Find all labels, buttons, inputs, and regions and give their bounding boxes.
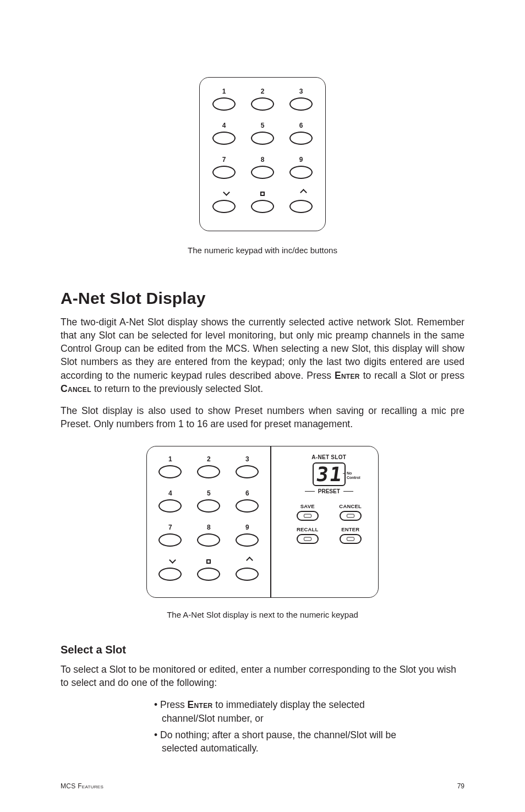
figure-keypad: 1 2 3 4 5 6 7 8 9 xyxy=(61,77,464,231)
oval-button-icon xyxy=(251,132,274,145)
paragraph-3: To select a Slot to be monitored or edit… xyxy=(61,663,464,689)
section-heading-anet-slot-display: A-Net Slot Display xyxy=(61,289,464,308)
keypad-key-5[interactable]: 5 xyxy=(246,122,279,155)
slot-display-group: A-NET SLOT 3 1 NoControl PRESET xyxy=(305,454,353,494)
oval-button-icon xyxy=(289,200,313,213)
keypad-key-6[interactable]: 6 xyxy=(285,122,318,155)
cancel-button[interactable]: CANCEL xyxy=(335,503,366,521)
keypad2-key-9[interactable]: 9 xyxy=(231,524,264,557)
oval-button-icon xyxy=(197,499,220,513)
footer-page-number: 79 xyxy=(457,782,464,790)
preset-label: PRESET xyxy=(305,488,353,494)
save-button[interactable]: SAVE xyxy=(292,503,323,521)
oval-button-icon xyxy=(251,97,274,111)
keypad-key-dec[interactable] xyxy=(207,190,240,223)
enter-label-inline: Enter xyxy=(335,370,360,381)
keypad2-key-2[interactable]: 2 xyxy=(192,455,225,488)
anet-slot-label: A-NET SLOT xyxy=(311,454,346,460)
square-icon xyxy=(260,192,265,196)
oval-button-icon xyxy=(236,465,259,478)
oval-button-icon xyxy=(289,132,313,145)
oval-button-icon xyxy=(158,568,182,581)
oval-button-icon xyxy=(158,499,182,513)
footer-section-name: MCS Features xyxy=(61,782,103,790)
no-control-indicator: NoControl xyxy=(347,471,360,479)
keypad2-key-4[interactable]: 4 xyxy=(154,489,187,522)
recall-button[interactable]: RECALL xyxy=(292,526,323,544)
keypad-key-0[interactable] xyxy=(246,190,279,223)
keypad-key-inc[interactable] xyxy=(285,190,318,223)
oval-button-icon xyxy=(197,568,220,581)
paragraph-1: The two-digit A-Net Slot display shows t… xyxy=(61,315,464,395)
keypad-panel: 1 2 3 4 5 6 7 8 9 xyxy=(199,77,326,231)
paragraph-2: The Slot display is also used to show Pr… xyxy=(61,404,464,430)
oval-button-icon xyxy=(197,465,220,478)
oval-button-icon xyxy=(158,533,182,547)
keypad-key-7[interactable]: 7 xyxy=(207,156,240,189)
keypad2-key-dec[interactable] xyxy=(154,558,187,591)
square-icon xyxy=(206,559,211,564)
oval-button-icon xyxy=(212,200,236,213)
keypad2-key-1[interactable]: 1 xyxy=(154,455,187,488)
keypad2-key-6[interactable]: 6 xyxy=(231,489,264,522)
slot-display: 3 1 NoControl xyxy=(313,462,346,486)
keypad-key-8[interactable]: 8 xyxy=(246,156,279,189)
oval-button-icon xyxy=(236,568,259,581)
keypad2-key-inc[interactable] xyxy=(231,558,264,591)
capsule-button-icon xyxy=(297,511,319,521)
keypad2-key-5[interactable]: 5 xyxy=(192,489,225,522)
oval-button-icon xyxy=(251,200,274,213)
oval-button-icon xyxy=(289,166,313,179)
oval-button-icon xyxy=(158,465,182,478)
keypad-key-1[interactable]: 1 xyxy=(207,88,240,121)
bullet-list: Press Enter to immediately display the s… xyxy=(61,698,464,755)
enter-label-inline-2: Enter xyxy=(188,699,213,710)
figure-keypad-with-slot: 1 2 3 4 5 6 7 8 9 A-NET SLOT 3 1 xyxy=(61,446,464,598)
keypad-key-2[interactable]: 2 xyxy=(246,88,279,121)
oval-button-icon xyxy=(212,132,236,145)
oval-button-icon xyxy=(236,499,259,513)
list-item: Do nothing; after a short pause, the cha… xyxy=(154,728,418,755)
keypad2-key-8[interactable]: 8 xyxy=(192,524,225,557)
keypad2-key-7[interactable]: 7 xyxy=(154,524,187,557)
capsule-button-icon xyxy=(340,534,362,544)
subheading-select-a-slot: Select a Slot xyxy=(61,644,464,656)
enter-button[interactable]: ENTER xyxy=(335,526,366,544)
figure-1-caption: The numeric keypad with inc/dec buttons xyxy=(61,246,464,255)
keypad2-key-3[interactable]: 3 xyxy=(231,455,264,488)
oval-button-icon xyxy=(212,97,236,111)
oval-button-icon xyxy=(236,533,259,547)
slot-panel-buttons: SAVE CANCEL RECALL ENTER xyxy=(292,503,366,544)
oval-button-icon xyxy=(212,166,236,179)
oval-button-icon xyxy=(289,97,313,111)
capsule-button-icon xyxy=(340,511,362,521)
oval-button-icon xyxy=(197,533,220,547)
keypad-key-3[interactable]: 3 xyxy=(285,88,318,121)
keypad2-key-0[interactable] xyxy=(192,558,225,591)
keypad-panel-2: 1 2 3 4 5 6 7 8 9 xyxy=(147,446,270,597)
anet-slot-panel: A-NET SLOT 3 1 NoControl PRESET SAVE CAN… xyxy=(283,446,378,597)
slot-digit-2: 1 xyxy=(329,465,343,484)
figure-2-caption: The A-Net Slot display is next to the nu… xyxy=(61,610,464,619)
keypad-key-9[interactable]: 9 xyxy=(285,156,318,189)
keypad-key-4[interactable]: 4 xyxy=(207,122,240,155)
capsule-button-icon xyxy=(297,534,319,544)
oval-button-icon xyxy=(251,166,274,179)
cancel-label-inline: Cancel xyxy=(61,383,91,394)
list-item: Press Enter to immediately display the s… xyxy=(154,698,418,724)
slot-digit-1: 3 xyxy=(315,465,329,484)
page-footer: MCS Features 79 xyxy=(61,782,464,790)
